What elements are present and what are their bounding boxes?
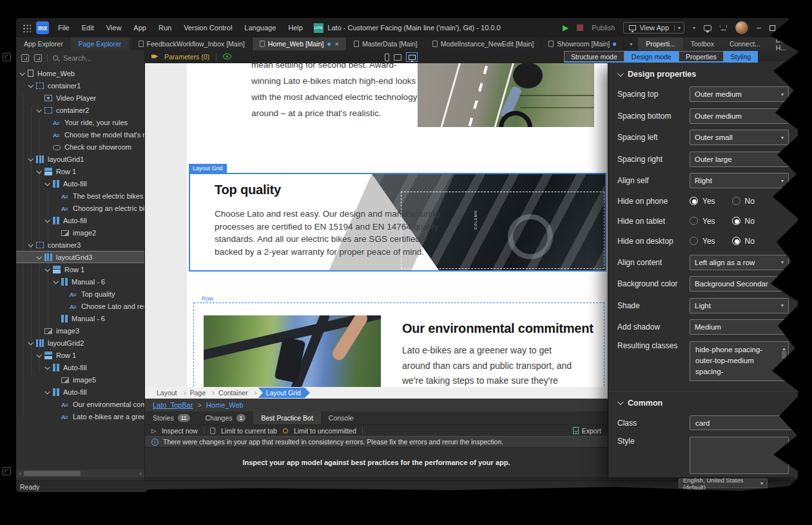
property-select[interactable]: Left align as a row ▾: [690, 255, 789, 270]
right-panel-tab[interactable]: Connect...: [722, 37, 768, 50]
limit-to-current-tab-button[interactable]: Limit to current tab: [221, 427, 277, 435]
document-tab[interactable]: FeedbackWorkflow_Inbox [Main] ×: [131, 37, 253, 50]
tree-item[interactable]: Auto-fill: [16, 386, 144, 398]
tablet-preview-icon[interactable]: [394, 54, 401, 61]
class-input[interactable]: [690, 415, 798, 430]
right-panel-tab[interactable]: Toolbox: [683, 37, 722, 50]
menu-item[interactable]: Version Control: [184, 24, 232, 32]
vertical-scrollbar[interactable]: ▲ ▼: [780, 342, 788, 381]
tree-item[interactable]: container2: [16, 104, 144, 116]
tree-item[interactable]: Row 1: [16, 263, 144, 275]
tree-item[interactable]: Row 1: [16, 349, 144, 361]
inspect-now-button[interactable]: Inspect now: [162, 427, 198, 435]
row-outline[interactable]: Our environmental commitment Lato e-bike…: [193, 302, 604, 387]
radio-no[interactable]: No: [732, 237, 755, 246]
property-select[interactable]: Outer small ▾: [690, 130, 789, 145]
dock-tab[interactable]: Stories 11: [145, 411, 198, 424]
property-select[interactable]: Light ▾: [690, 298, 789, 313]
dock-pin-icon[interactable]: [3, 53, 11, 61]
common-section-header[interactable]: Common: [617, 395, 789, 411]
property-select[interactable]: Background Secondar ▾: [690, 276, 789, 292]
radio-yes[interactable]: Yes: [690, 217, 715, 226]
tree-item[interactable]: layoutGrid1: [16, 153, 144, 165]
right-panel-tab[interactable]: Properti...: [638, 37, 683, 50]
menu-item[interactable]: View: [106, 24, 122, 32]
layout-link[interactable]: Lato_TopBar: [153, 401, 193, 409]
tree-item[interactable]: Manual - 6: [16, 312, 144, 324]
language-selector[interactable]: English, United States (default) ▾: [679, 479, 768, 488]
tree-item[interactable]: Manual - 6: [16, 275, 144, 288]
view-app-button-group[interactable]: View App ▾: [623, 22, 684, 34]
environment-paragraph[interactable]: Lato e-bikes are a greener way to get ar…: [402, 343, 576, 387]
chevron-down-icon[interactable]: [36, 107, 41, 112]
current-page-link[interactable]: Home_Web: [206, 401, 244, 409]
tree-item[interactable]: layoutGrid2: [16, 337, 144, 349]
environment-heading[interactable]: Our environmental commitment: [402, 321, 594, 336]
tree-item[interactable]: Choosing an electric bike should: [16, 202, 144, 214]
phone-preview-icon[interactable]: [385, 54, 389, 61]
chevron-down-icon[interactable]: [44, 266, 50, 272]
tree-item[interactable]: Our environmental commitmen: [16, 398, 144, 410]
tree-item[interactable]: image2: [16, 226, 144, 239]
menu-item[interactable]: Language: [244, 24, 276, 32]
resulting-classes-box[interactable]: hide-phone spacing-outer-top-medium spac…: [690, 341, 789, 381]
collapse-all-icon[interactable]: [21, 54, 29, 62]
chevron-down-icon[interactable]: [44, 181, 50, 186]
styling-tab-button[interactable]: Styling: [724, 51, 759, 61]
minimize-button[interactable]: –: [757, 25, 761, 30]
maximize-button[interactable]: [769, 25, 775, 31]
chevron-down-icon[interactable]: [36, 254, 41, 259]
tree-item[interactable]: image5: [16, 373, 144, 386]
export-button[interactable]: Export: [573, 427, 601, 435]
menu-item[interactable]: App: [133, 24, 146, 32]
tab-list-caret-icon[interactable]: ▾: [624, 37, 638, 50]
design-mode-button[interactable]: Design mode: [624, 51, 679, 61]
column-selection-outline[interactable]: COLUMN: [401, 192, 604, 269]
close-button[interactable]: ×: [784, 25, 789, 31]
tree-item[interactable]: Top quality: [16, 288, 144, 300]
menu-item[interactable]: Edit: [82, 24, 94, 32]
tree-item[interactable]: Choose Lato and rest easy. O: [16, 300, 144, 312]
scroll-right-icon[interactable]: ›: [137, 471, 144, 477]
tree-item[interactable]: Auto-fill: [16, 177, 144, 190]
preview-eye-icon[interactable]: [223, 54, 231, 59]
feedback-icon[interactable]: [704, 25, 711, 31]
menu-item[interactable]: File: [58, 24, 70, 32]
tree-item[interactable]: Lato e-bikes are a greener way t: [16, 410, 144, 422]
scrollbar-thumb[interactable]: [782, 351, 786, 359]
chevron-down-icon[interactable]: [19, 70, 24, 75]
breadcrumb-item-active[interactable]: Layout Grid: [258, 388, 310, 398]
property-select[interactable]: Right ▾: [690, 173, 789, 188]
property-select[interactable]: Outer medium ▾: [690, 108, 789, 124]
stop-button[interactable]: [577, 25, 583, 31]
document-tab[interactable]: Showroom [Main] ×: [541, 37, 624, 50]
marketplace-cart-icon[interactable]: [720, 25, 727, 30]
chevron-down-icon[interactable]: [44, 364, 50, 370]
chevron-down-icon[interactable]: [28, 83, 33, 88]
tree-item[interactable]: Video Player: [16, 92, 144, 104]
top-quality-heading[interactable]: Top quality: [215, 183, 281, 197]
tree-item[interactable]: container1: [16, 79, 144, 92]
style-input[interactable]: [690, 437, 789, 474]
dock-tab[interactable]: Best Practice Bot: [253, 411, 321, 424]
document-tab[interactable]: ModelInstance_NewEdit [Main] ×: [425, 37, 542, 50]
search-input[interactable]: [63, 54, 134, 62]
explorer-panel-tab[interactable]: App Explorer: [16, 37, 71, 50]
more-options-caret-icon[interactable]: ▾: [693, 25, 695, 31]
scrollbar-thumb[interactable]: [24, 471, 81, 476]
app-launcher-grid-icon[interactable]: [23, 24, 31, 32]
scroll-down-icon[interactable]: ▼: [782, 368, 786, 379]
property-select[interactable]: Outer medium ▾: [690, 86, 789, 102]
design-canvas[interactable]: mean settling for second best. Award-win…: [145, 63, 608, 387]
cyclist-photo[interactable]: [418, 63, 594, 127]
document-tab[interactable]: Home_Web [Main] ×: [253, 37, 347, 50]
property-select[interactable]: Medium ▾: [690, 319, 789, 335]
tree-item[interactable]: Auto-fill: [16, 214, 144, 226]
chevron-down-icon[interactable]: [28, 242, 33, 247]
document-tab[interactable]: MasterData [Main] ×: [347, 37, 425, 50]
desktop-preview-selected[interactable]: [406, 52, 418, 62]
tree-item[interactable]: Auto-fill: [16, 361, 144, 373]
tree-item[interactable]: Home_Web: [16, 67, 144, 79]
tree-item[interactable]: container3: [16, 239, 144, 251]
tree-item[interactable]: Check our showroom: [16, 141, 144, 153]
